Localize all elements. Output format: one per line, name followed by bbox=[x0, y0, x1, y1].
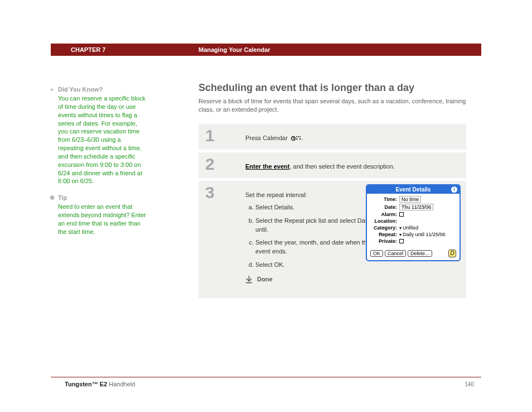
row-alarm: Alarm: bbox=[370, 212, 456, 217]
date-label: Date: bbox=[370, 204, 397, 210]
did-you-know-label: Did You Know? bbox=[58, 86, 103, 93]
substep-d: Select OK. bbox=[255, 261, 379, 270]
did-you-know-heading: + Did You Know? bbox=[58, 86, 147, 93]
row-date: Date: Thu 11/23/06 bbox=[370, 204, 456, 210]
row-private: Private: bbox=[370, 238, 456, 244]
substep-a: Select Details. bbox=[255, 203, 379, 212]
step-1-text-b: . bbox=[301, 135, 303, 141]
category-label: Category: bbox=[370, 225, 397, 231]
private-checkbox[interactable] bbox=[399, 239, 404, 243]
tip-heading: ✱ Tip bbox=[58, 194, 147, 201]
step-number: 1 bbox=[205, 126, 215, 145]
row-category: Category: Unfiled bbox=[370, 225, 456, 231]
substep-b: Select the Repeat pick list and select D… bbox=[255, 217, 379, 234]
done-arrow-icon bbox=[245, 276, 253, 284]
did-you-know-block: + Did You Know? You can reserve a specif… bbox=[58, 86, 147, 185]
event-details-dialog: Event Details i Time: No time Date: Thu … bbox=[366, 184, 461, 261]
note-button[interactable]: D bbox=[448, 250, 456, 257]
step-2: 2 Enter the event, and then select the e… bbox=[199, 152, 466, 178]
content-area: + Did You Know? You can reserve a specif… bbox=[51, 73, 481, 367]
dialog-body: Time: No time Date: Thu 11/23/06 Alarm: … bbox=[367, 194, 460, 247]
calendar-icon bbox=[291, 135, 299, 142]
svg-point-3 bbox=[296, 136, 297, 137]
row-repeat: Repeat: Daily until 11/25/06 bbox=[370, 232, 456, 237]
section-intro: Reserve a block of time for events that … bbox=[199, 97, 466, 114]
tip-block: ✱ Tip Need to enter an event that extend… bbox=[58, 194, 147, 236]
footer-product-bold: Tungsten™ E2 bbox=[65, 381, 107, 387]
info-icon[interactable]: i bbox=[451, 186, 457, 193]
chapter-label: CHAPTER 7 bbox=[71, 46, 105, 53]
substep-c: Select the year, month, and date when th… bbox=[255, 238, 379, 256]
tip-body: Need to enter an event that extends beyo… bbox=[58, 203, 147, 236]
delete-button[interactable]: Delete... bbox=[408, 250, 432, 257]
row-location: Location: bbox=[370, 218, 456, 224]
time-label: Time: bbox=[370, 197, 397, 202]
asterisk-icon: ✱ bbox=[48, 194, 56, 202]
footer-product-rest: Handheld bbox=[107, 381, 135, 387]
row-time: Time: No time bbox=[370, 196, 456, 203]
step-3-body: Set the repeat interval: Select Details.… bbox=[245, 186, 379, 285]
step-1-body: Press Calendar . bbox=[245, 130, 460, 143]
alarm-label: Alarm: bbox=[370, 212, 397, 217]
sidebar: + Did You Know? You can reserve a specif… bbox=[58, 86, 147, 245]
step-3-sublist: Select Details. Select the Repeat pick l… bbox=[245, 203, 379, 270]
svg-point-4 bbox=[298, 136, 299, 137]
dialog-title-text: Event Details bbox=[396, 186, 431, 193]
ok-button[interactable]: OK bbox=[370, 250, 383, 257]
dialog-buttons: OK Cancel Delete... D bbox=[367, 247, 460, 260]
step-1-text-a: Press Calendar bbox=[245, 135, 289, 141]
done-row: Done bbox=[245, 275, 379, 284]
cancel-button[interactable]: Cancel bbox=[385, 250, 406, 257]
step-3: 3 Set the repeat interval: Select Detail… bbox=[199, 181, 466, 298]
main-column: Scheduling an event that is longer than … bbox=[199, 82, 466, 301]
step-2-body: Enter the event, and then select the eve… bbox=[245, 158, 460, 171]
enter-event-link[interactable]: Enter the event bbox=[245, 163, 289, 170]
footer-rule bbox=[51, 377, 481, 377]
svg-point-5 bbox=[299, 136, 301, 137]
chapter-header-bar: CHAPTER 7 Managing Your Calendar bbox=[51, 44, 481, 56]
dialog-titlebar: Event Details i bbox=[367, 185, 460, 194]
footer-page-number: 140 bbox=[465, 381, 474, 387]
private-label: Private: bbox=[370, 238, 397, 244]
step-1: 1 Press Calendar . bbox=[199, 124, 466, 150]
step-2-text-b: , and then select the event description. bbox=[289, 163, 394, 170]
date-value[interactable]: Thu 11/23/06 bbox=[399, 204, 433, 210]
step-number: 3 bbox=[205, 183, 215, 202]
category-picklist[interactable]: Unfiled bbox=[399, 225, 456, 231]
svg-rect-7 bbox=[299, 138, 301, 140]
tip-label: Tip bbox=[58, 194, 67, 201]
did-you-know-body: You can reserve a specific block of time… bbox=[58, 94, 147, 185]
time-value[interactable]: No time bbox=[399, 196, 421, 203]
location-label: Location: bbox=[370, 218, 397, 224]
footer-product: Tungsten™ E2 Handheld bbox=[65, 381, 135, 387]
done-label: Done bbox=[257, 275, 273, 284]
repeat-picklist[interactable]: Daily until 11/25/06 bbox=[399, 232, 456, 237]
chapter-title: Managing Your Calendar bbox=[199, 46, 270, 53]
svg-rect-6 bbox=[296, 138, 297, 140]
repeat-label: Repeat: bbox=[370, 232, 397, 237]
step-number: 2 bbox=[205, 155, 215, 174]
step-3-lead: Set the repeat interval: bbox=[245, 191, 379, 200]
plus-icon: + bbox=[48, 86, 56, 93]
section-title: Scheduling an event that is longer than … bbox=[199, 82, 466, 94]
alarm-checkbox[interactable] bbox=[399, 212, 404, 217]
